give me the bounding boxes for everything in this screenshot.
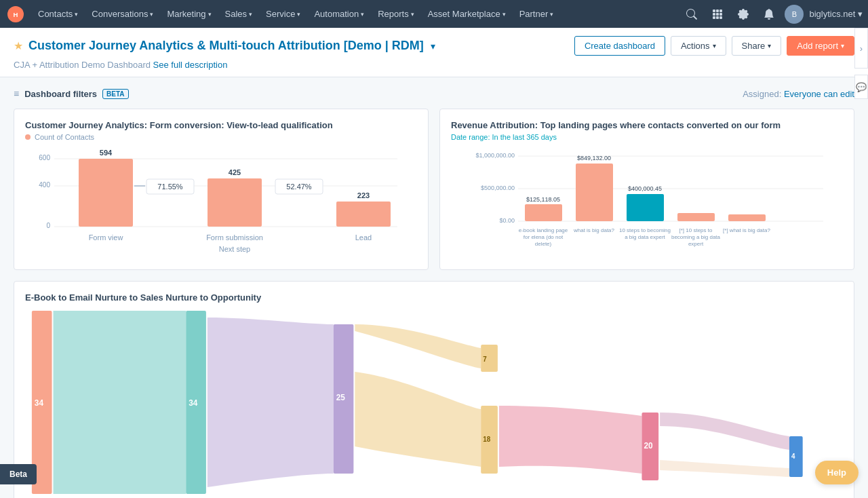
bar-ebook[interactable] bbox=[525, 204, 562, 221]
svg-text:$500,000.00: $500,000.00 bbox=[481, 185, 515, 191]
bar-lead[interactable] bbox=[336, 202, 391, 227]
svg-text:71.55%: 71.55% bbox=[157, 183, 183, 191]
svg-text:e-book landing page: e-book landing page bbox=[519, 227, 568, 233]
svg-text:10 steps to becoming: 10 steps to becoming bbox=[619, 227, 671, 233]
avatar[interactable]: B bbox=[785, 5, 804, 24]
svg-text:0: 0 bbox=[46, 222, 50, 229]
filter-icon: ≡ bbox=[14, 88, 19, 99]
sankey-chart-card: E-Book to Email Nurture to Sales Nurture… bbox=[14, 281, 854, 498]
chevron-down-icon: ▾ bbox=[502, 11, 506, 18]
svg-text:a big data expert: a big data expert bbox=[625, 234, 665, 240]
sankey-title: E-Book to Email Nurture to Sales Nurture… bbox=[25, 292, 843, 303]
create-dashboard-button[interactable]: Create dashboard bbox=[574, 36, 665, 56]
nav-partner[interactable]: Partner ▾ bbox=[513, 0, 561, 28]
beta-button[interactable]: Beta bbox=[0, 464, 37, 484]
svg-text:600: 600 bbox=[39, 154, 50, 161]
hubspot-logo[interactable]: H bbox=[5, 4, 26, 24]
bar-form-view[interactable] bbox=[79, 159, 133, 227]
svg-text:for elena (do not: for elena (do not bbox=[524, 234, 564, 240]
nav-items: Contacts ▾ Conversations ▾ Marketing ▾ S… bbox=[31, 0, 682, 28]
chevron-down-icon: ▾ bbox=[768, 42, 771, 50]
page-header: ★ Customer Journey Analytics & Multi-tou… bbox=[0, 28, 868, 77]
nav-marketing[interactable]: Marketing ▾ bbox=[160, 0, 218, 28]
gear-icon[interactable] bbox=[733, 4, 753, 24]
sidebar-collapse-button[interactable]: › bbox=[854, 28, 868, 69]
svg-text:H: H bbox=[14, 10, 18, 18]
chevron-down-icon: ▾ bbox=[858, 9, 863, 19]
filter-bar: ≡ Dashboard filters BETA Assigned: Every… bbox=[14, 88, 854, 99]
nav-conversations[interactable]: Conversations ▾ bbox=[85, 0, 160, 28]
title-dropdown-icon[interactable]: ▾ bbox=[431, 41, 435, 52]
svg-text:400: 400 bbox=[39, 181, 50, 189]
beta-badge: BETA bbox=[102, 89, 128, 99]
svg-text:52.47%: 52.47% bbox=[286, 183, 312, 191]
svg-text:18: 18 bbox=[483, 436, 490, 443]
chart2-subtitle: Date range: In the last 365 days bbox=[451, 133, 843, 141]
svg-text:expert: expert bbox=[688, 241, 704, 247]
revenue-chart-svg: $1,000,000.00 $500,000.00 $0.00 $125,118… bbox=[451, 148, 843, 256]
svg-text:$0.00: $0.00 bbox=[499, 217, 515, 224]
svg-text:[*] what is big data?: [*] what is big data? bbox=[723, 227, 770, 233]
title-row: ★ Customer Journey Analytics & Multi-tou… bbox=[14, 36, 854, 56]
comment-icon: 💬 bbox=[856, 82, 867, 92]
everyone-can-edit-link[interactable]: Everyone can edit bbox=[784, 89, 854, 99]
chevron-right-icon: › bbox=[860, 43, 863, 54]
svg-text:223: 223 bbox=[357, 191, 370, 199]
svg-text:Lead: Lead bbox=[355, 233, 372, 242]
bar-big-data[interactable] bbox=[576, 164, 613, 221]
bar-10-steps-2[interactable] bbox=[677, 213, 715, 221]
svg-text:delete): delete) bbox=[535, 241, 552, 247]
svg-text:$849,132.00: $849,132.00 bbox=[577, 155, 611, 161]
actions-button[interactable]: Actions ▾ bbox=[671, 36, 726, 56]
search-icon[interactable] bbox=[682, 4, 702, 24]
chevron-down-icon: ▾ bbox=[841, 42, 844, 50]
see-full-description-link[interactable]: See full description bbox=[153, 60, 228, 70]
svg-text:$125,118.05: $125,118.05 bbox=[526, 196, 560, 203]
nav-service[interactable]: Service ▾ bbox=[259, 0, 307, 28]
header-actions: Create dashboard Actions ▾ Share ▾ Add r… bbox=[574, 36, 854, 56]
page-title[interactable]: Customer Journey Analytics & Multi-touch… bbox=[28, 39, 424, 53]
nav-reports[interactable]: Reports ▾ bbox=[371, 0, 421, 28]
share-button[interactable]: Share ▾ bbox=[732, 36, 782, 56]
grid-icon[interactable] bbox=[707, 4, 728, 24]
help-button[interactable]: Help bbox=[815, 461, 859, 484]
svg-text:Next step: Next step bbox=[219, 245, 250, 253]
chevron-down-icon: ▾ bbox=[713, 42, 716, 50]
filter-label: Dashboard filters bbox=[24, 89, 97, 99]
svg-text:Form submission: Form submission bbox=[206, 233, 263, 242]
bar-form-submission[interactable] bbox=[208, 178, 262, 227]
filter-bar-right: Assigned: Everyone can edit bbox=[743, 89, 854, 99]
chevron-down-icon: ▾ bbox=[411, 11, 414, 18]
star-icon[interactable]: ★ bbox=[14, 39, 23, 52]
add-report-button[interactable]: Add report ▾ bbox=[787, 36, 854, 56]
bell-icon[interactable] bbox=[759, 4, 779, 24]
title-left: ★ Customer Journey Analytics & Multi-tou… bbox=[14, 39, 435, 53]
nav-sales[interactable]: Sales ▾ bbox=[218, 0, 260, 28]
chart1-title: Customer Journey Analytics: Form convers… bbox=[25, 120, 417, 130]
top-navigation: H Contacts ▾ Conversations ▾ Marketing ▾… bbox=[0, 0, 868, 28]
svg-text:4: 4 bbox=[791, 453, 795, 460]
chart2-title: Revenue Attribution: Top landing pages w… bbox=[451, 120, 843, 130]
revenue-chart-card: Revenue Attribution: Top landing pages w… bbox=[439, 109, 854, 270]
funnel-chart-card: Customer Journey Analytics: Form convers… bbox=[14, 109, 429, 270]
svg-text:becoming a big data: becoming a big data bbox=[671, 234, 721, 240]
dashboard-content: ≡ Dashboard filters BETA Assigned: Every… bbox=[0, 77, 868, 498]
nav-contacts[interactable]: Contacts ▾ bbox=[31, 0, 85, 28]
nav-right-actions: B biglytics.net ▾ bbox=[682, 4, 863, 24]
chart1-legend: Count of Contacts bbox=[25, 133, 417, 141]
svg-text:$1,000,000.00: $1,000,000.00 bbox=[475, 152, 515, 159]
page-subtitle: CJA + Attribution Demo Dashboard See ful… bbox=[14, 60, 854, 70]
bar-big-data-2[interactable] bbox=[728, 214, 766, 221]
svg-text:425: 425 bbox=[229, 168, 241, 176]
bar-10-steps[interactable] bbox=[627, 194, 664, 221]
nav-marketplace[interactable]: Asset Marketplace ▾ bbox=[421, 0, 513, 28]
svg-text:594: 594 bbox=[100, 149, 113, 157]
svg-text:$400,000.45: $400,000.45 bbox=[628, 185, 662, 192]
comments-button[interactable]: 💬 bbox=[854, 75, 868, 99]
chevron-down-icon: ▾ bbox=[361, 11, 364, 18]
nav-automation[interactable]: Automation ▾ bbox=[307, 0, 371, 28]
chevron-down-icon: ▾ bbox=[150, 11, 153, 18]
chevron-down-icon: ▾ bbox=[208, 11, 212, 18]
svg-text:Form view: Form view bbox=[89, 233, 123, 242]
username[interactable]: biglytics.net ▾ bbox=[809, 9, 863, 19]
